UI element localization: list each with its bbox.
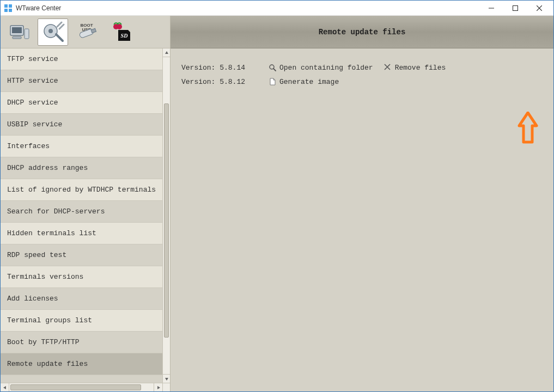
sidebar-item-dhcp-address-ranges[interactable]: DHCP address ranges — [1, 157, 162, 179]
svg-rect-2 — [4, 9, 8, 12]
toolbar-terminals-button[interactable] — [4, 19, 34, 46]
scroll-thumb[interactable] — [164, 103, 169, 338]
annotation-arrow-icon — [517, 112, 539, 144]
toolbar-tools-button[interactable] — [38, 19, 68, 46]
svg-rect-3 — [9, 9, 12, 12]
sidebar-item-add-licenses[interactable]: Add licenses — [1, 288, 162, 310]
window-controls — [479, 1, 551, 16]
sidebar-list: TFTP serviceHTTP serviceDHCP serviceUSBI… — [1, 48, 162, 383]
scroll-thumb-horizontal[interactable] — [10, 384, 141, 390]
main-title: Remote update files — [319, 28, 406, 36]
sidebar-item-label: HTTP service — [7, 77, 58, 85]
scroll-arrow-left-icon[interactable] — [1, 383, 9, 391]
sidebar-item-label: Add licenses — [7, 295, 58, 303]
sidebar-toolbar: BOOT USB SD — [1, 16, 170, 48]
generate-image-link[interactable]: Generate image — [269, 78, 339, 86]
sidebar-item-terminal-groups[interactable]: Terminal groups list — [1, 310, 162, 332]
sidebar-item-search-dhcp[interactable]: Search for DHCP-servers — [1, 201, 162, 223]
open-folder-link[interactable]: Open containing folder — [269, 64, 373, 72]
sidebar-item-tftp-service[interactable]: TFTP service — [1, 48, 162, 70]
close-button[interactable] — [527, 1, 551, 16]
svg-rect-6 — [12, 27, 22, 33]
svg-rect-7 — [13, 36, 21, 39]
svg-rect-4 — [513, 5, 518, 10]
version-row: Version: 5.8.12Generate image — [181, 75, 543, 89]
toolbar-boot-usb-button[interactable]: BOOT USB — [71, 19, 102, 46]
sidebar-item-rdp-speed-test[interactable]: RDP speed test — [1, 244, 162, 266]
link-label: Open containing folder — [279, 64, 373, 72]
window-titlebar: WTware Center — [1, 1, 553, 16]
minimize-button[interactable] — [479, 1, 503, 16]
scroll-arrow-up-icon[interactable] — [163, 48, 170, 57]
sidebar-item-label: TFTP service — [7, 55, 58, 63]
svg-text:SD: SD — [121, 33, 128, 39]
sidebar-item-label: DHCP service — [7, 99, 58, 107]
remove-files-link[interactable]: Remove files — [384, 64, 446, 72]
sidebar-item-label: DHCP address ranges — [7, 164, 88, 172]
maximize-button[interactable] — [503, 1, 527, 16]
sidebar-item-label: Hidden terminals list — [7, 229, 96, 237]
sidebar-item-remote-update-files[interactable]: Remote update files — [1, 353, 162, 375]
sidebar-item-label: RDP speed test — [7, 251, 66, 259]
svg-point-10 — [48, 29, 53, 33]
svg-rect-0 — [4, 4, 8, 8]
sidebar-item-terminals-versions[interactable]: Terminals versions — [1, 266, 162, 288]
scroll-arrow-down-icon[interactable] — [163, 374, 170, 383]
document-icon — [269, 78, 276, 85]
main-panel: Remote update files Version: 5.8.14Open … — [171, 16, 553, 391]
sidebar-item-label: Interfaces — [7, 142, 50, 150]
version-label: Version: 5.8.14 — [181, 64, 258, 72]
sidebar-item-usbip-service[interactable]: USBIP service — [1, 114, 162, 136]
sidebar-item-label: Remote update files — [7, 360, 88, 368]
main-header: Remote update files — [171, 16, 553, 48]
sidebar-item-ignored-terminals[interactable]: List of ignored by WTDHCP terminals — [1, 179, 162, 201]
sidebar-item-interfaces[interactable]: Interfaces — [1, 136, 162, 157]
close-icon — [384, 64, 392, 71]
sidebar-item-hidden-terminals[interactable]: Hidden terminals list — [1, 223, 162, 244]
sidebar-vertical-scrollbar[interactable] — [162, 48, 170, 383]
sidebar-item-label: Terminals versions — [7, 273, 83, 281]
svg-point-16 — [117, 24, 122, 29]
link-label: Generate image — [279, 78, 339, 86]
sidebar-item-http-service[interactable]: HTTP service — [1, 70, 162, 92]
version-label: Version: 5.8.12 — [181, 78, 258, 86]
scroll-arrow-right-icon[interactable] — [154, 383, 162, 391]
sidebar-item-label: List of ignored by WTDHCP terminals — [7, 186, 156, 194]
sidebar-item-boot-tftp-http[interactable]: Boot by TFTP/HTTP — [1, 332, 162, 353]
toolbar-sd-card-button[interactable]: SD — [105, 19, 136, 46]
app-icon — [4, 4, 13, 13]
sidebar-item-dhcp-service[interactable]: DHCP service — [1, 92, 162, 114]
sidebar-item-label: Search for DHCP-servers — [7, 207, 105, 216]
version-row: Version: 5.8.14Open containing folderRem… — [181, 60, 543, 75]
sidebar-item-label: Terminal groups list — [7, 316, 92, 324]
main-content: Version: 5.8.14Open containing folderRem… — [171, 48, 553, 391]
sidebar-horizontal-scrollbar[interactable] — [1, 383, 170, 391]
sidebar-item-label: Boot by TFTP/HTTP — [7, 338, 80, 346]
window-title: WTware Center — [16, 4, 479, 12]
link-label: Remove files — [395, 64, 446, 72]
sidebar: BOOT USB SD TFTP serviceHTTP serviceDHCP… — [1, 16, 171, 391]
svg-rect-8 — [25, 29, 29, 39]
sidebar-item-label: USBIP service — [7, 120, 62, 128]
magnifier-icon — [269, 64, 276, 71]
svg-rect-1 — [9, 4, 12, 8]
